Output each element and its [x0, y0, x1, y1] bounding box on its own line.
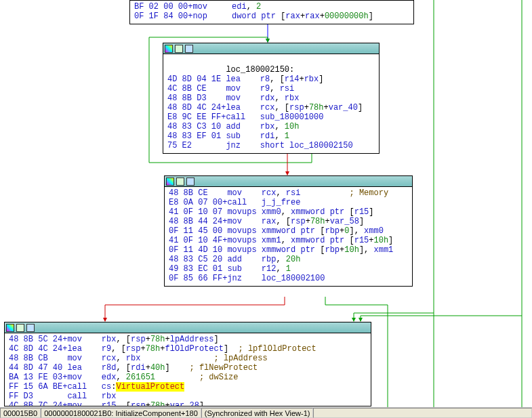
color-icon[interactable]: [6, 324, 14, 332]
block-titlebar: [163, 43, 379, 54]
status-bar: 000015B0 00000001800021B0: InitializeCom…: [0, 407, 532, 418]
code-loop: loc_180002150: 4D 8D 04 1E lea r8, [r14+…: [163, 54, 379, 153]
flag-icon[interactable]: [185, 45, 193, 53]
edit-icon[interactable]: [16, 324, 24, 332]
block-top[interactable]: BF 02 00 00+mov edi, 2 0F 1F 84 00+nop d…: [129, 0, 414, 24]
flag-icon[interactable]: [26, 324, 35, 332]
block-titlebar: [165, 176, 412, 187]
status-spacer: [313, 408, 532, 418]
flag-icon[interactable]: [186, 177, 195, 186]
block-titlebar: [5, 322, 371, 333]
code-virtualprotect: 48 8B 5C 24+mov rbx, [rsp+78h+lpAddress]…: [5, 333, 371, 406]
edit-icon[interactable]: [176, 177, 184, 186]
block-virtualprotect[interactable]: 48 8B 5C 24+mov rbx, [rsp+78h+lpAddress]…: [4, 322, 371, 406]
block-free[interactable]: 48 8B CE mov rcx, rsi ; Memory E8 0A 07 …: [164, 175, 413, 287]
color-icon[interactable]: [166, 177, 174, 186]
status-sync: (Synchronized with Hex View-1): [201, 408, 314, 418]
code-top: BF 02 00 00+mov edi, 2 0F 1F 84 00+nop d…: [130, 1, 413, 24]
code-free: 48 8B CE mov rcx, rsi ; Memory E8 0A 07 …: [165, 187, 412, 286]
color-icon[interactable]: [165, 45, 173, 53]
status-addr-full: 00000001800021B0: InitializeComponent+18…: [41, 408, 201, 418]
graph-view[interactable]: BF 02 00 00+mov edi, 2 0F 1F 84 00+nop d…: [0, 0, 532, 418]
block-loop[interactable]: loc_180002150: 4D 8D 04 1E lea r8, [r14+…: [163, 43, 380, 154]
edit-icon[interactable]: [175, 45, 183, 53]
status-addr-rel: 000015B0: [0, 408, 41, 418]
